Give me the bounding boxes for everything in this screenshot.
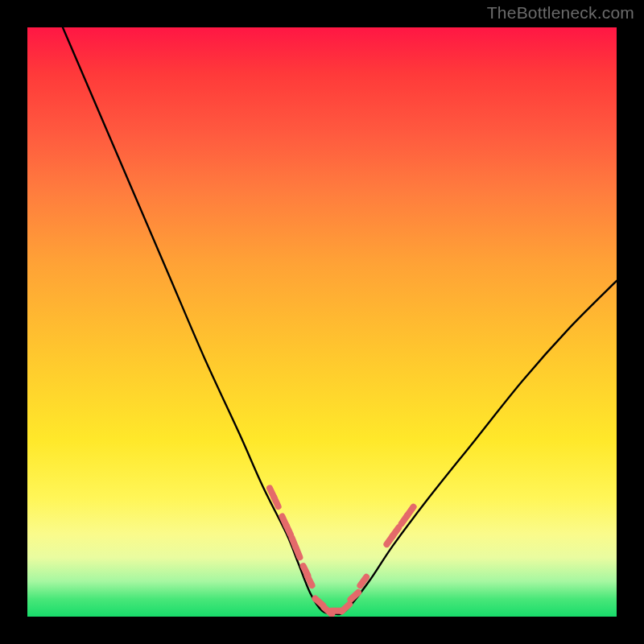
highlight-dash <box>287 525 291 535</box>
highlight-markers <box>270 488 414 614</box>
highlight-dash <box>393 527 399 536</box>
highlight-dash <box>360 577 366 586</box>
highlight-dash <box>308 576 312 586</box>
chart-frame: TheBottleneck.com <box>0 0 644 644</box>
highlight-dash <box>274 497 278 506</box>
highlight-dash <box>296 547 300 557</box>
watermark-text: TheBottleneck.com <box>487 3 634 23</box>
curve-svg <box>27 27 617 617</box>
plot-area <box>27 27 617 617</box>
bottleneck-curve <box>63 27 617 614</box>
highlight-dash <box>407 507 414 516</box>
highlight-dash <box>341 605 349 612</box>
